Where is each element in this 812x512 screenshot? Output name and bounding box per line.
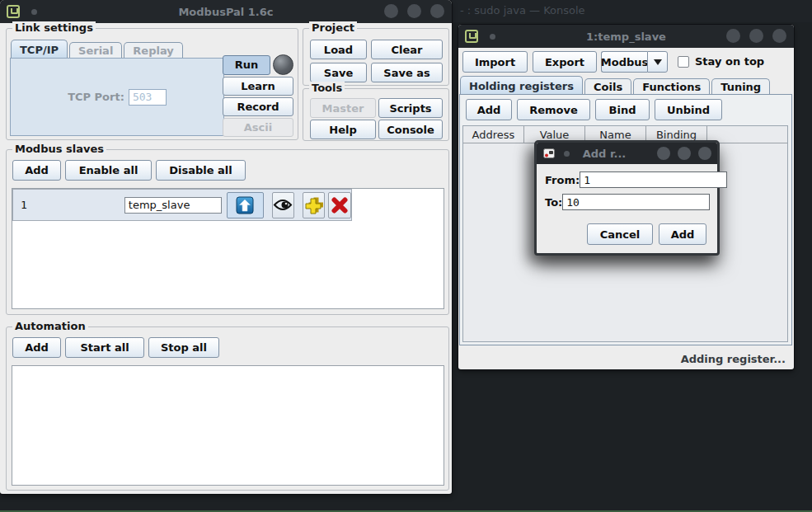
- pin-dot-icon: [490, 34, 495, 40]
- pin-dot-icon: [564, 151, 570, 157]
- tab-serial[interactable]: Serial: [69, 42, 122, 59]
- konsole-title: - : sudo java — Konsole: [445, 0, 812, 16]
- register-bind-button[interactable]: Bind: [595, 99, 650, 120]
- slave-duplicate-button[interactable]: [303, 192, 325, 218]
- dialog-add-button[interactable]: Add: [659, 223, 706, 245]
- modbuspal-titlebar[interactable]: ModbusPal 1.6c: [0, 0, 452, 23]
- window-menu-icon[interactable]: [7, 5, 20, 18]
- record-button[interactable]: Record: [223, 97, 293, 116]
- tab-tuning[interactable]: Tuning: [711, 78, 770, 95]
- column-header[interactable]: Address: [463, 126, 524, 143]
- add-registers-dialog: Add r... From: To: Cancel Add: [534, 140, 720, 256]
- load-button[interactable]: Load: [310, 40, 367, 59]
- run-led-indicator: [273, 54, 293, 75]
- from-input[interactable]: [580, 171, 727, 188]
- column-header-filler: [707, 126, 787, 143]
- stay-on-top-checkbox[interactable]: [678, 56, 689, 68]
- slave-window-titlebar[interactable]: 1:temp_slave: [458, 25, 794, 48]
- save-as-button[interactable]: Save as: [371, 63, 443, 82]
- tcpip-panel: TCP Port:: [10, 58, 224, 136]
- tab-tcpip[interactable]: TCP/IP: [11, 40, 68, 59]
- link-settings-title: Link settings: [12, 21, 96, 34]
- eye-icon: [273, 199, 293, 211]
- slaves-add-button[interactable]: Add: [12, 160, 61, 181]
- minimize-button[interactable]: [384, 4, 398, 18]
- close-button[interactable]: [430, 4, 444, 18]
- minimize-button[interactable]: [657, 147, 670, 160]
- mode-combobox[interactable]: Modbus: [601, 51, 668, 73]
- project-title: Project: [309, 21, 357, 34]
- pin-dot-icon: [31, 9, 37, 15]
- register-unbind-button[interactable]: Unbind: [655, 99, 722, 120]
- tcp-port-label: TCP Port:: [68, 91, 124, 103]
- automation-list: [12, 365, 444, 486]
- clear-button[interactable]: Clear: [371, 40, 443, 59]
- automation-add-button[interactable]: Add: [12, 337, 61, 358]
- modbus-slaves-title: Modbus slaves: [12, 143, 106, 155]
- tab-functions[interactable]: Functions: [633, 78, 710, 95]
- slave-id: 1: [21, 199, 27, 211]
- tools-group: Tools Master Scripts Help Console: [303, 88, 449, 141]
- cancel-button[interactable]: Cancel: [587, 223, 653, 245]
- slave-show-panel-button[interactable]: [272, 192, 295, 218]
- slave-window-title: 1:temp_slave: [508, 31, 744, 43]
- modbuspal-window-title: ModbusPal 1.6c: [49, 6, 402, 18]
- tab-replay[interactable]: Replay: [124, 42, 182, 59]
- window-menu-icon[interactable]: [465, 30, 478, 43]
- from-label: From:: [545, 174, 580, 186]
- learn-button[interactable]: Learn: [223, 77, 293, 96]
- close-button[interactable]: [772, 29, 786, 43]
- stay-on-top-label: Stay on top: [695, 55, 764, 68]
- status-message: Adding register...: [458, 353, 786, 365]
- minimize-button[interactable]: [726, 29, 740, 43]
- combobox-value: Modbus: [601, 51, 647, 73]
- slave-enable-toggle[interactable]: [227, 192, 264, 218]
- console-button[interactable]: Console: [378, 120, 443, 139]
- register-add-button[interactable]: Add: [466, 99, 512, 120]
- tcp-port-input[interactable]: [129, 89, 167, 106]
- tab-holding-registers[interactable]: Holding registers: [460, 76, 583, 95]
- slaves-list: 1: [12, 188, 444, 309]
- konsole-titlebar: - : sudo java — Konsole: [445, 0, 812, 22]
- maximize-button[interactable]: [749, 29, 763, 43]
- dialog-app-icon: [542, 147, 556, 160]
- x-icon: [331, 196, 349, 214]
- start-all-button[interactable]: Start all: [65, 337, 144, 358]
- dialog-titlebar[interactable]: Add r...: [537, 143, 717, 164]
- export-button[interactable]: Export: [533, 51, 597, 73]
- project-group: Project Load Clear Save Save as: [303, 28, 449, 86]
- slave-name-input[interactable]: [124, 197, 222, 214]
- import-button[interactable]: Import: [462, 51, 528, 73]
- automation-group: Automation Add Start all Stop all: [6, 326, 449, 491]
- stop-all-button[interactable]: Stop all: [148, 337, 219, 358]
- modbus-slaves-group: Modbus slaves Add Enable all Disable all…: [6, 149, 449, 315]
- enable-all-button[interactable]: Enable all: [65, 160, 152, 181]
- desktop: { "colors": { "desktop_bg": "#1d2124", "…: [0, 0, 812, 512]
- automation-title: Automation: [12, 320, 88, 332]
- register-remove-button[interactable]: Remove: [517, 99, 590, 120]
- save-button[interactable]: Save: [310, 63, 367, 82]
- run-button[interactable]: Run: [223, 55, 270, 75]
- scripts-button[interactable]: Scripts: [378, 98, 443, 118]
- up-arrow-icon: [236, 196, 254, 214]
- modbuspal-window: ModbusPal 1.6c Link settings TCP/IP Seri…: [0, 0, 452, 494]
- chevron-down-icon[interactable]: [647, 51, 668, 73]
- maximize-button[interactable]: [678, 147, 691, 160]
- to-input[interactable]: [562, 194, 710, 210]
- to-label: To:: [545, 196, 562, 209]
- close-button[interactable]: [698, 147, 711, 160]
- dialog-title: Add r...: [570, 148, 639, 160]
- slave-delete-button[interactable]: [328, 192, 351, 218]
- slave-row[interactable]: 1: [12, 189, 352, 221]
- plus-icon: [304, 195, 323, 214]
- disable-all-button[interactable]: Disable all: [156, 160, 246, 181]
- help-button[interactable]: Help: [310, 120, 376, 139]
- tools-title: Tools: [309, 82, 345, 94]
- master-button: Master: [310, 98, 376, 118]
- link-settings-group: Link settings TCP/IP Serial Replay TCP P…: [6, 28, 298, 140]
- maximize-button[interactable]: [407, 4, 421, 18]
- ascii-button: Ascii: [223, 118, 293, 137]
- tab-coils[interactable]: Coils: [584, 78, 631, 95]
